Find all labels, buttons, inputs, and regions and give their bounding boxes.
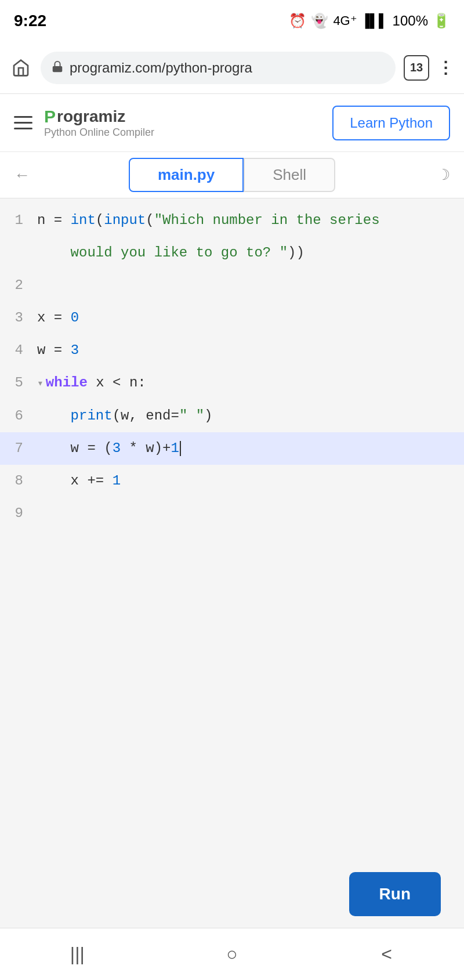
run-button-container: Run xyxy=(349,872,441,916)
home-nav-button[interactable]: ○ xyxy=(215,937,249,972)
status-time: 9:22 xyxy=(14,12,46,30)
alarm-icon: ⏰ xyxy=(289,13,306,29)
line-number-6: 6 xyxy=(0,401,32,431)
tab-count[interactable]: 13 xyxy=(404,55,429,81)
line-content-1: n = int(input("Which number in the serie… xyxy=(32,205,464,236)
more-menu-icon[interactable]: ⋮ xyxy=(437,58,455,77)
status-bar: 9:22 ⏰ 👻 4G⁺ ▐▌▌ 100% 🔋 xyxy=(0,0,464,42)
code-line-6: 6 print(w, end=" ") xyxy=(0,400,464,432)
recent-apps-button[interactable]: ||| xyxy=(60,937,95,972)
hamburger-line xyxy=(14,116,32,118)
tab-shell[interactable]: Shell xyxy=(244,158,335,192)
dark-mode-toggle[interactable]: ☽ xyxy=(437,166,450,184)
logo-name: rogramiz xyxy=(57,107,125,126)
line-content-6: print(w, end=" ") xyxy=(32,401,464,431)
learn-python-button[interactable]: Learn Python xyxy=(332,106,450,140)
tab-main-py[interactable]: main.py xyxy=(129,158,244,192)
hamburger-line xyxy=(14,128,32,129)
battery-text: 100% xyxy=(393,13,428,29)
logo-p: P xyxy=(44,107,56,126)
logo-subtitle: Python Online Compiler xyxy=(44,126,154,139)
tab-bar: ← main.py Shell ☽ xyxy=(0,152,464,198)
logo-text: P rogramiz xyxy=(44,107,154,126)
hamburger-line xyxy=(14,122,32,124)
app-header: P rogramiz Python Online Compiler Learn … xyxy=(0,94,464,152)
line-content-1b: would you like to go to? ")) xyxy=(32,238,464,268)
code-line-1: 1 n = int(input("Which number in the ser… xyxy=(0,204,464,237)
svg-rect-0 xyxy=(53,66,63,72)
status-icons: ⏰ 👻 4G⁺ ▐▌▌ 100% 🔋 xyxy=(289,13,450,29)
lock-icon xyxy=(51,60,64,75)
url-bar[interactable]: programiz.com/python-progra xyxy=(41,52,396,84)
back-nav-button[interactable]: < xyxy=(369,937,404,972)
line-number-8: 8 xyxy=(0,466,32,496)
line-content-8: x += 1 xyxy=(32,466,464,496)
code-line-1b: would you like to go to? ")) xyxy=(0,237,464,269)
code-content: 1 n = int(input("Which number in the ser… xyxy=(0,198,464,536)
code-line-7: 7 w = (3 * w)+1 xyxy=(0,432,464,465)
logo-area: P rogramiz Python Online Compiler xyxy=(44,107,154,139)
bottom-nav: ||| ○ < xyxy=(0,928,464,980)
code-line-9: 9 xyxy=(0,497,464,530)
snapchat-icon: 👻 xyxy=(311,13,328,29)
code-line-4: 4 w = 3 xyxy=(0,334,464,367)
battery-icon: 🔋 xyxy=(433,13,450,29)
code-line-5: 5 ▾while x < n: xyxy=(0,367,464,400)
code-line-3: 3 x = 0 xyxy=(0,302,464,334)
line-number-9: 9 xyxy=(0,498,32,529)
code-line-8: 8 x += 1 xyxy=(0,465,464,497)
line-number-3: 3 xyxy=(0,303,32,333)
editor-tabs: main.py Shell xyxy=(129,158,335,192)
line-number-2: 2 xyxy=(0,270,32,301)
line-number-5: 5 xyxy=(0,368,32,398)
header-left: P rogramiz Python Online Compiler xyxy=(14,107,154,139)
home-icon[interactable] xyxy=(9,56,32,79)
back-button[interactable]: ← xyxy=(14,166,30,185)
browser-bar: programiz.com/python-progra 13 ⋮ xyxy=(0,42,464,94)
run-button[interactable]: Run xyxy=(349,872,441,916)
line-number-4: 4 xyxy=(0,335,32,366)
url-text: programiz.com/python-progra xyxy=(70,60,385,76)
line-content-5: ▾while x < n: xyxy=(32,368,464,399)
code-editor[interactable]: 1 n = int(input("Which number in the ser… xyxy=(0,198,464,928)
line-content-3: x = 0 xyxy=(32,303,464,333)
line-content-4: w = 3 xyxy=(32,335,464,366)
line-number-1: 1 xyxy=(0,205,32,236)
line-number-7: 7 xyxy=(0,433,32,464)
line-content-7: w = (3 * w)+1 xyxy=(32,433,464,464)
signal-icon: 4G⁺ ▐▌▌ xyxy=(333,13,387,28)
code-line-2: 2 xyxy=(0,269,464,302)
hamburger-menu[interactable] xyxy=(14,116,32,129)
